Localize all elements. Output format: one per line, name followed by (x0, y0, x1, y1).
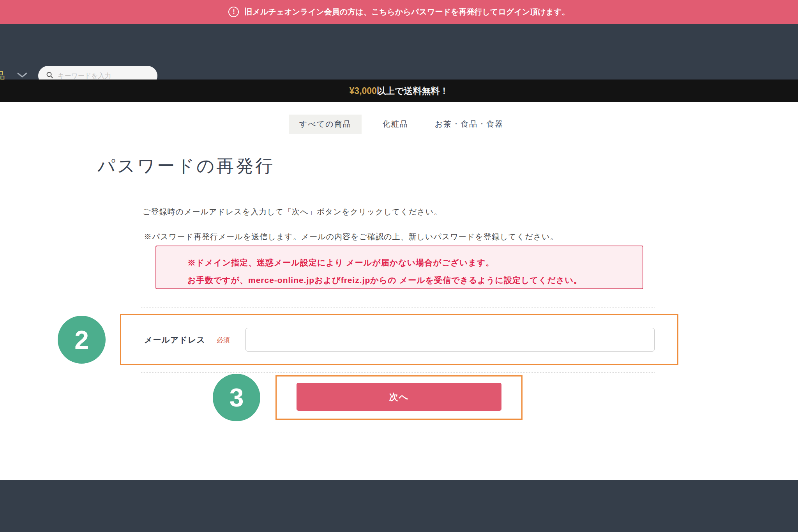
email-label: メールアドレス (144, 334, 205, 345)
warning-line-1: ※ドメイン指定、迷惑メール設定により メールが届かない場合がございます。 (187, 254, 643, 271)
warning-line-2: お手数ですが、merce-online.jpおよびfreiz.jpからの メール… (187, 271, 643, 289)
required-badge: 必須 (217, 336, 230, 345)
clipped-menu-label: 品 (0, 69, 5, 80)
notice-banner[interactable]: 旧メルチェオンライン会員の方は、こちらからパスワードを再発行してログイン頂けます… (0, 0, 798, 24)
promo-amount: ¥3,000 (350, 86, 377, 96)
next-button[interactable]: 次へ (297, 383, 501, 411)
alert-circle-icon (228, 7, 239, 17)
site-header: 品 (0, 24, 798, 80)
search-icon (46, 71, 54, 80)
tab-cosmetics[interactable]: 化粧品 (377, 115, 414, 134)
tab-tea-food-tableware[interactable]: お茶・食品・食器 (429, 115, 509, 134)
promo-bar: ¥3,000以上で送料無料！ (0, 80, 798, 102)
annotation-step-2: 2 (58, 316, 106, 364)
promo-text: 以上で送料無料！ (377, 85, 449, 97)
email-field[interactable] (245, 328, 655, 352)
dotted-separator-top (141, 308, 655, 308)
dotted-separator-bottom (141, 372, 655, 373)
category-tabs: すべての商品 化粧品 お茶・食品・食器 (0, 115, 798, 134)
tab-all-products[interactable]: すべての商品 (289, 115, 362, 134)
search-bar[interactable] (38, 66, 157, 80)
mail-warning-box: ※ドメイン指定、迷惑メール設定により メールが届かない場合がございます。 お手数… (155, 246, 643, 289)
site-footer: 当サイトについて プライバシーポリシー 特定商取引法に基づく表記 ご利用規約 ご… (0, 480, 798, 532)
search-input[interactable] (58, 72, 147, 80)
instruction-line-2: ※パスワード再発行メールを送信します。メールの内容をご確認の上、新しいパスワード… (144, 232, 558, 242)
instruction-line-1: ご登録時のメールアドレスを入力して「次へ」ボタンをクリックしてください。 (143, 207, 442, 217)
notice-banner-text: 旧メルチェオンライン会員の方は、こちらからパスワードを再発行してログイン頂けます… (244, 7, 569, 17)
annotation-step-3: 3 (213, 374, 260, 421)
page-title: パスワードの再発行 (97, 154, 275, 178)
chevron-down-icon[interactable] (16, 72, 28, 80)
